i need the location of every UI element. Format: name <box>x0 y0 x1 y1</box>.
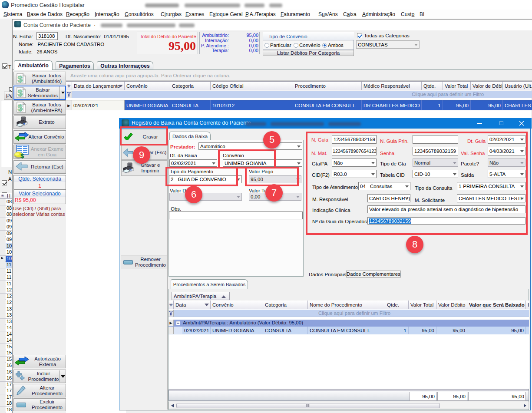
svg-text:$: $ <box>18 88 23 98</box>
svg-text:$: $ <box>20 152 24 159</box>
svg-text:$: $ <box>18 102 23 112</box>
svg-text:$: $ <box>18 74 23 84</box>
